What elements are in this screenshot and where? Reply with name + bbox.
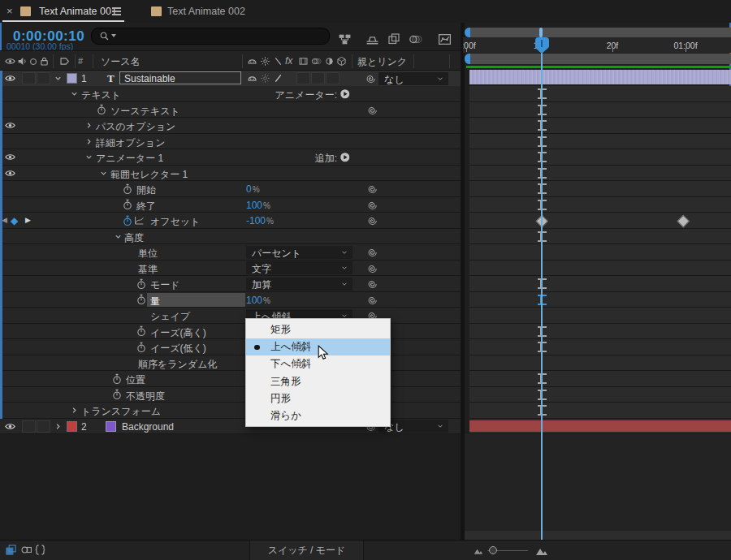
parent-link-column[interactable]: 親とリンク [357,55,407,69]
property-row-randomize-order[interactable]: 順序をランダム化 [0,355,463,372]
shy-column-icon[interactable] [247,56,257,67]
property-row-based-on[interactable]: 基準文字 [0,261,463,277]
search-options-caret-icon[interactable] [111,34,116,37]
property-pickwhip-icon[interactable] [367,295,378,305]
timeline-row[interactable] [469,244,731,261]
property-pickwhip-icon[interactable] [367,278,378,289]
property-row-end[interactable]: 終了100% [0,197,463,213]
solo-toggle-box[interactable] [37,420,50,433]
property-row-transform[interactable]: トランスフォーム [0,403,463,419]
timeline-row[interactable] [469,403,731,419]
keyframe-prev-icon[interactable]: ◀ [2,216,7,224]
layer-bar-background[interactable] [469,420,731,433]
transfer-controls-icon[interactable] [20,544,32,556]
stopwatch-icon[interactable] [122,215,133,226]
stopwatch-icon[interactable] [136,342,147,353]
quality-column-icon[interactable] [273,56,283,67]
property-label[interactable]: シェイプ [150,310,190,324]
video-column-eye-icon[interactable] [5,56,15,67]
playhead-marker[interactable] [535,37,549,48]
property-pickwhip-icon[interactable] [367,263,378,274]
layer-name[interactable]: Background [122,421,174,433]
work-area-bar[interactable] [465,54,731,64]
draft-3d-icon[interactable] [366,32,379,46]
property-row-units[interactable]: 単位パーセント [0,244,463,261]
timeline-row[interactable] [469,324,731,340]
graph-editor-icon[interactable] [438,32,452,46]
property-row-start[interactable]: 開始0% [0,181,463,197]
timeline-row[interactable] [469,308,731,324]
timeline-row[interactable] [469,229,731,245]
eye-icon[interactable] [5,168,15,179]
timeline-row[interactable] [469,339,731,355]
property-label[interactable]: アニメーター 1 [96,152,163,166]
property-row-more-options[interactable]: 詳細オプション [0,134,463,150]
eye-icon[interactable] [5,152,15,162]
timeline-row[interactable] [469,197,731,213]
motion-blur-box[interactable] [311,72,325,84]
menu-item-smooth[interactable]: 滑らか [246,407,390,424]
menu-item-ramp-up[interactable]: 上へ傾斜 [246,338,390,355]
property-row-advanced[interactable]: 高度 [0,229,463,245]
search-input[interactable] [91,28,330,45]
label-color-chip[interactable] [67,421,77,432]
property-label[interactable]: 不透明度 [126,390,165,403]
property-pickwhip-icon[interactable] [367,183,378,194]
keyframe-here-icon[interactable]: ◆ [11,215,18,226]
solo-column-icon[interactable] [30,58,37,65]
expander-icon[interactable] [70,406,79,415]
parent-dropdown[interactable]: なし [378,72,448,85]
solo-toggle-box[interactable] [37,72,50,84]
menu-item-rectangle[interactable]: 矩形 [246,321,390,338]
frame-blend-column-icon[interactable] [298,56,309,67]
timeline-row[interactable] [469,118,731,134]
property-pickwhip-icon[interactable] [367,215,378,226]
3d-layer-column-icon[interactable] [336,56,347,67]
property-row-mode[interactable]: モード加算 [0,276,463,292]
property-label[interactable]: 高度 [124,231,144,245]
timeline-row[interactable] [469,261,731,277]
layer-row-background[interactable]: 2 Background なし [0,419,463,435]
property-row-amount[interactable]: 量100% [0,292,463,308]
eye-icon[interactable] [5,73,15,84]
audio-column-speaker-icon[interactable] [17,56,28,67]
eye-icon[interactable] [5,421,15,432]
timeline-row[interactable] [469,134,731,150]
parent-pickwhip-icon[interactable] [366,73,376,84]
stopwatch-icon[interactable] [136,294,147,305]
property-value[interactable]: 100% [246,200,270,211]
time-navigator-bar[interactable] [465,28,731,37]
lock-column-icon[interactable] [39,56,50,67]
expander-icon[interactable] [99,169,108,178]
property-row-text[interactable]: テキストアニメーター: [0,86,463,102]
property-label[interactable]: 基準 [138,263,158,277]
property-label[interactable]: モード [150,278,180,292]
source-name-column[interactable]: ソース名 [101,55,141,69]
expander-icon[interactable] [84,137,93,146]
timeline-row[interactable] [469,355,731,372]
label-column-tag-icon[interactable] [59,56,70,67]
comp-mini-flowchart-icon[interactable] [338,32,352,46]
timeline-row[interactable] [469,276,731,292]
eye-icon[interactable] [5,120,15,131]
property-dropdown[interactable]: 加算 [246,278,353,291]
frame-blend-box[interactable] [296,72,310,84]
navigator-start-handle[interactable] [465,28,470,37]
zoom-slider-knob[interactable] [489,546,497,554]
timeline-row[interactable] [469,387,731,403]
quality-toggle-icon[interactable] [273,73,283,84]
stopwatch-icon[interactable] [96,104,107,115]
expander-icon[interactable] [84,121,93,130]
layer-name-field[interactable]: Sustainable [119,71,241,84]
timeline-row[interactable] [469,149,731,166]
stopwatch-icon[interactable] [122,199,133,210]
timeline-row[interactable] [469,181,731,197]
frame-blending-icon[interactable] [387,32,400,45]
add-menu-button[interactable] [340,152,351,163]
property-label[interactable]: テキスト [81,88,121,102]
timeline-row[interactable] [469,86,731,102]
graph-toggle-icon[interactable] [134,215,145,226]
property-label[interactable]: 量 [150,295,160,308]
stopwatch-icon[interactable] [136,278,147,290]
property-label[interactable]: 範囲セレクター 1 [110,168,188,182]
